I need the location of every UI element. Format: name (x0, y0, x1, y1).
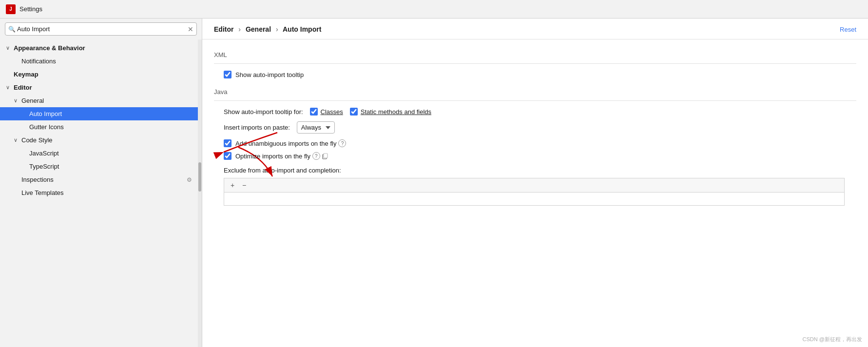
optimize-imports-label: Optimize imports on the fly (235, 153, 310, 160)
spacer (14, 58, 19, 64)
classes-label: Classes (321, 108, 343, 116)
breadcrumb-part1: Editor (214, 25, 233, 33)
spacer5 (21, 151, 27, 156)
clear-search-icon[interactable]: ✕ (188, 26, 193, 33)
sidebar-item-general[interactable]: ∨ General (0, 94, 198, 107)
code-style-arrow: ∨ (14, 137, 19, 143)
title-bar: J Settings (0, 0, 868, 19)
title-bar-text: Settings (19, 5, 42, 13)
spacer7 (14, 177, 19, 183)
exclude-label: Exclude from auto-import and completion: (224, 167, 856, 174)
spacer4 (21, 124, 27, 130)
sidebar-item-inspections[interactable]: Inspections ⚙ (0, 173, 198, 186)
insert-imports-row: Insert imports on paste: Always Ask Neve… (224, 121, 856, 134)
sidebar-scrollbar[interactable] (198, 39, 202, 347)
inspections-settings-icon: ⚙ (187, 176, 192, 183)
content-body: XML Show auto-import tooltip Java Show a… (202, 39, 868, 213)
static-label: Static methods and fields (361, 108, 431, 116)
tooltip-checkbox-group: Classes Static methods and fields (310, 108, 432, 116)
sidebar-item-editor[interactable]: ∨ Editor (0, 81, 198, 94)
spacer6 (21, 164, 27, 170)
content-header: Editor › General › Auto Import Reset (202, 19, 868, 39)
search-input[interactable] (5, 22, 197, 36)
spacer3 (21, 111, 27, 117)
add-exclude-button[interactable]: + (227, 180, 238, 191)
breadcrumb-sep1: › (238, 25, 241, 33)
optimize-imports-help-icon[interactable]: ? (312, 152, 320, 160)
spacer2 (6, 72, 12, 77)
add-unambiguous-help-icon[interactable]: ? (338, 139, 346, 147)
static-checkbox-item: Static methods and fields (350, 108, 431, 116)
sidebar-item-appearance-behavior[interactable]: ∨ Appearance & Behavior (0, 41, 198, 55)
sidebar-scroll-wrapper: ∨ Appearance & Behavior Notifications Ke… (0, 39, 202, 347)
optimize-imports-copy-icon[interactable] (321, 152, 329, 160)
breadcrumb: Editor › General › Auto Import (214, 25, 321, 33)
sidebar-item-code-style[interactable]: ∨ Code Style (0, 134, 198, 147)
exclude-list[interactable] (224, 192, 845, 206)
optimize-imports-row: Optimize imports on the fly ? (224, 152, 856, 160)
sidebar-item-gutter-icons[interactable]: Gutter Icons (0, 120, 198, 134)
breadcrumb-part2: General (246, 25, 271, 33)
sidebar: 🔍 ✕ ∨ Appearance & Behavior Notification… (0, 19, 202, 347)
spacer8 (14, 190, 19, 196)
add-unambiguous-row: Add unambiguous imports on the fly ? (224, 139, 856, 147)
app-icon: J (6, 4, 16, 14)
tooltip-for-label: Show auto-import tooltip for: (224, 108, 303, 116)
exclude-toolbar: + − (224, 178, 845, 192)
general-arrow: ∨ (14, 97, 19, 104)
classes-checkbox[interactable] (310, 108, 318, 116)
show-tooltip-label: Show auto-import tooltip (235, 71, 304, 78)
search-icon: 🔍 (8, 26, 16, 33)
sidebar-item-live-templates[interactable]: Live Templates (0, 186, 198, 199)
reset-link[interactable]: Reset (840, 26, 856, 33)
insert-imports-label: Insert imports on paste: (224, 124, 290, 131)
watermark: CSDN @新征程，再出发 (803, 336, 862, 343)
sidebar-item-keymap[interactable]: Keymap (0, 68, 198, 81)
content-area: Editor › General › Auto Import Reset XML… (202, 19, 868, 347)
insert-imports-select[interactable]: Always Ask Never (297, 121, 335, 134)
show-tooltip-row: Show auto-import tooltip (224, 71, 856, 78)
java-divider (214, 100, 856, 101)
sidebar-scrollbar-thumb[interactable] (198, 162, 201, 192)
add-unambiguous-checkbox[interactable] (224, 139, 231, 147)
sidebar-item-notifications[interactable]: Notifications (0, 55, 198, 68)
main-layout: 🔍 ✕ ∨ Appearance & Behavior Notification… (0, 19, 868, 347)
classes-checkbox-item: Classes (310, 108, 343, 116)
breadcrumb-part3: Auto Import (283, 25, 321, 33)
breadcrumb-sep2: › (276, 25, 278, 33)
sidebar-item-auto-import[interactable]: Auto Import (0, 107, 198, 120)
add-unambiguous-label: Add unambiguous imports on the fly (235, 140, 336, 147)
xml-divider (214, 63, 856, 64)
static-checkbox[interactable] (350, 108, 358, 116)
show-tooltip-for-row: Show auto-import tooltip for: Classes St… (224, 108, 856, 116)
java-section: Java Show auto-import tooltip for: Class… (214, 88, 856, 206)
search-box: 🔍 ✕ (5, 22, 197, 36)
sidebar-tree: ∨ Appearance & Behavior Notifications Ke… (0, 39, 198, 347)
sidebar-item-javascript[interactable]: JavaScript (0, 147, 198, 160)
xml-section-title: XML (214, 51, 856, 58)
show-tooltip-checkbox[interactable] (224, 71, 231, 78)
java-section-title: Java (214, 88, 856, 96)
optimize-imports-checkbox[interactable] (224, 152, 231, 160)
editor-arrow: ∨ (6, 84, 12, 91)
exclude-section: Exclude from auto-import and completion:… (214, 167, 856, 206)
remove-exclude-button[interactable]: − (239, 180, 250, 191)
svg-rect-2 (324, 154, 328, 158)
sidebar-item-typescript[interactable]: TypeScript (0, 160, 198, 173)
collapse-arrow: ∨ (6, 45, 12, 51)
